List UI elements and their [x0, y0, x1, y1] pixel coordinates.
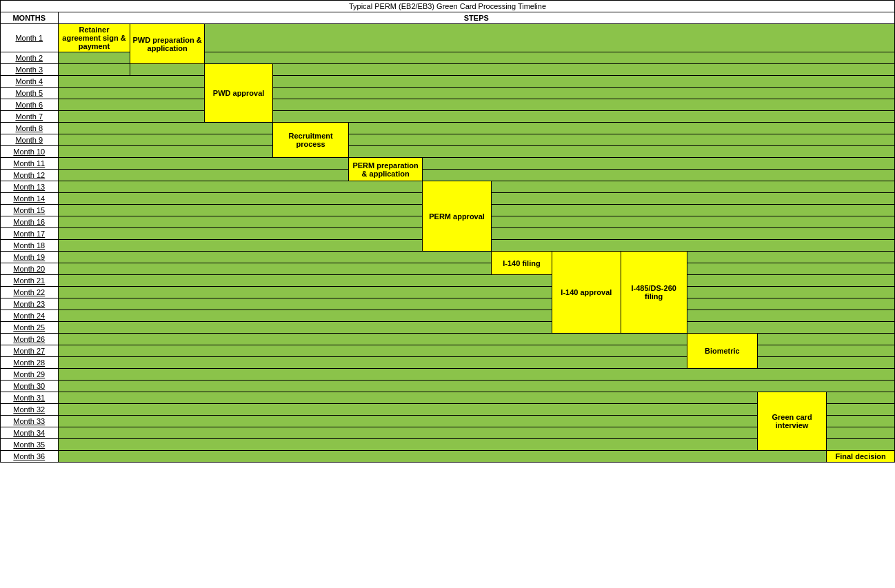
month-label: Month 25: [1, 322, 59, 334]
green-filler: [687, 322, 894, 334]
table-row: Month 6: [1, 99, 895, 111]
green-filler: [58, 298, 552, 310]
main-table: Typical PERM (EB2/EB3) Green Card Proces…: [0, 0, 895, 463]
table-row: Month 4: [1, 76, 895, 88]
green-filler: [58, 99, 204, 111]
table-title: Typical PERM (EB2/EB3) Green Card Proces…: [1, 1, 895, 12]
month-label: Month 24: [1, 310, 59, 322]
green-filler: [687, 263, 894, 275]
month-label: Month 1: [1, 24, 59, 52]
month-label: Month 22: [1, 287, 59, 298]
green-filler: [491, 181, 894, 193]
month-label: Month 31: [1, 392, 59, 404]
green-filler: [130, 64, 205, 76]
month-label: Month 35: [1, 439, 59, 451]
green-filler: [757, 334, 894, 345]
green-filler: [58, 146, 273, 158]
month-label: Month 3: [1, 64, 59, 76]
green-filler: [58, 88, 204, 99]
green-filler: [58, 392, 757, 404]
green-filler: [273, 76, 895, 88]
month-label: Month 26: [1, 334, 59, 345]
green-filler: [58, 404, 757, 416]
table-row: Month 24: [1, 310, 895, 322]
table-row: Month 11 PERM preparation & application: [1, 158, 895, 170]
month-label: Month 17: [1, 228, 59, 240]
table-row: Month 7: [1, 111, 895, 123]
green-filler: [58, 111, 204, 123]
green-filler: [58, 76, 204, 88]
table-row: Month 27: [1, 345, 895, 357]
green-filler: [827, 404, 895, 416]
table-row: Month 5: [1, 88, 895, 99]
table-row: Month 23: [1, 298, 895, 310]
green-filler: [273, 99, 895, 111]
green-filler: [491, 193, 894, 205]
table-row: Month 30: [1, 381, 895, 392]
green-filler: [58, 252, 491, 263]
month-label: Month 8: [1, 123, 59, 134]
green-filler: [58, 158, 348, 170]
months-header: MONTHS: [1, 12, 59, 24]
month-label: Month 16: [1, 216, 59, 228]
step-pwd-prep: PWD preparation & application: [130, 24, 205, 64]
green-filler: [58, 170, 348, 181]
green-filler: [491, 228, 894, 240]
month-label: Month 4: [1, 76, 59, 88]
step-i485-filing: I-485/DS-260 filing: [621, 252, 687, 334]
step-perm-approval: PERM approval: [423, 181, 491, 252]
green-filler: [423, 158, 895, 170]
green-filler: [58, 416, 757, 427]
green-filler: [204, 24, 894, 52]
table-row: Month 29: [1, 369, 895, 381]
green-filler: [827, 392, 895, 404]
month-label: Month 18: [1, 240, 59, 252]
green-filler: [348, 134, 894, 146]
green-filler: [58, 181, 423, 193]
table-row: Month 21: [1, 275, 895, 287]
month-label: Month 27: [1, 345, 59, 357]
month-label: Month 19: [1, 252, 59, 263]
step-perm-prep: PERM preparation & application: [348, 158, 423, 181]
step-recruitment: Recruitment process: [273, 123, 349, 158]
green-filler: [58, 334, 687, 345]
month-label: Month 28: [1, 357, 59, 369]
steps-header: STEPS: [58, 12, 894, 24]
green-filler: [204, 52, 894, 64]
table-row: Month 13 PERM approval: [1, 181, 895, 193]
green-filler: [58, 275, 552, 287]
green-filler: [58, 310, 552, 322]
green-filler: [58, 240, 423, 252]
table-row: Month 31 Green card interview: [1, 392, 895, 404]
month-label: Month 5: [1, 88, 59, 99]
table-row: Month 20: [1, 263, 895, 275]
green-filler: [687, 287, 894, 298]
green-filler: [423, 170, 895, 181]
table-row: Month 1 Retainer agreement sign & paymen…: [1, 24, 895, 52]
green-filler: [827, 416, 895, 427]
month-label: Month 30: [1, 381, 59, 392]
step-retainer: Retainer agreement sign & payment: [58, 24, 130, 52]
month-label: Month 15: [1, 205, 59, 216]
step-biometric: Biometric: [687, 334, 757, 369]
table-row: Month 36 Final decision: [1, 451, 895, 463]
green-filler: [491, 240, 894, 252]
step-i140-filing: I-140 filing: [491, 252, 552, 275]
title-row: Typical PERM (EB2/EB3) Green Card Proces…: [1, 1, 895, 12]
green-filler: [58, 123, 273, 134]
month-label: Month 21: [1, 275, 59, 287]
month-label: Month 10: [1, 146, 59, 158]
step-pwd-approval: PWD approval: [204, 64, 272, 123]
header-row: MONTHS STEPS: [1, 12, 895, 24]
green-filler: [58, 216, 423, 228]
month-label: Month 13: [1, 181, 59, 193]
green-filler: [58, 228, 423, 240]
green-filler: [348, 123, 894, 134]
green-filler: [58, 427, 757, 439]
step-i140-approval: I-140 approval: [552, 252, 621, 334]
table-row: Month 22: [1, 287, 895, 298]
month-label: Month 2: [1, 52, 59, 64]
green-filler: [348, 146, 894, 158]
green-filler: [687, 275, 894, 287]
month-label: Month 23: [1, 298, 59, 310]
